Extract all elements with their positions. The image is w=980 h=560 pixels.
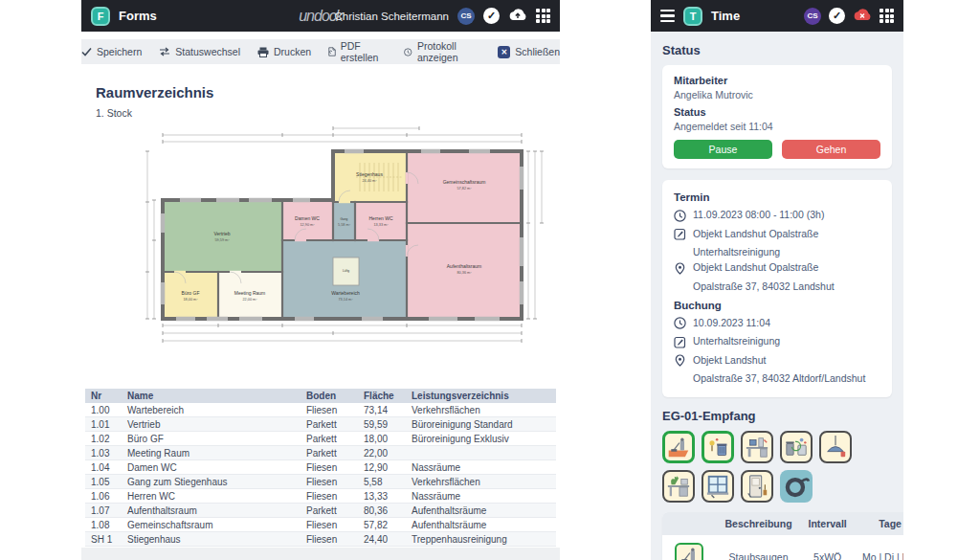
create-pdf-button[interactable]: PDF erstellen	[328, 40, 387, 63]
desk-workstation-tile[interactable]	[741, 431, 773, 463]
mitarbeiter-value: Angelika Mutrovic	[674, 89, 880, 101]
printer-icon	[257, 47, 269, 57]
buchung-objekt: Objekt Landshut	[693, 354, 766, 366]
pdf-file-icon	[328, 46, 336, 57]
vacuum-floor-icon	[675, 543, 703, 560]
room-label-aufenthaltsraum: Aufenthaltsraum	[447, 263, 481, 269]
door-cleaning-tile[interactable]	[741, 470, 773, 503]
status-card: Mitarbeiter Angelika Mutrovic Status Ang…	[662, 65, 892, 168]
forms-header: F Forms undock Christian Scheitermann CS…	[81, 0, 560, 32]
termin-address: Opalstraße 37, 84032 Landshut	[693, 280, 880, 292]
room-label-gang: Gang	[341, 217, 348, 221]
print-button[interactable]: Drucken	[257, 46, 311, 57]
svg-text:57,82 m²: 57,82 m²	[457, 187, 473, 190]
cloud-upload-icon[interactable]	[508, 8, 527, 25]
svg-text:59,59 m²: 59,59 m²	[215, 238, 231, 242]
room-label-gemeinschaftsraum: Gemeinschaftsraum	[443, 179, 486, 185]
table-row: 1.04Damen WCFliesen12,90Nassräume	[85, 460, 556, 475]
task-row[interactable]: Staubsaugen5xWÖMo | Di | Mi |	[662, 535, 903, 560]
room-table-header: Nr Name Boden Fläche Leistungsverzeichni…	[85, 389, 556, 403]
avatar[interactable]: CS	[804, 8, 821, 25]
table-row: 1.02Büro GFParkett18,00Büroreinigung Exk…	[85, 432, 556, 446]
svg-text:73,14 m²: 73,14 m²	[339, 298, 354, 302]
room-label-damen-wc: Damen WC	[295, 215, 320, 221]
dusting-bin-tile[interactable]	[702, 431, 734, 463]
pause-button[interactable]: Pause	[674, 140, 772, 159]
table-row: 1.05Gang zum StiegenhausFliesen5,58Verke…	[85, 475, 556, 489]
clock-icon	[674, 210, 686, 224]
swap-arrows-icon	[159, 47, 170, 56]
svg-text:80,36 m²: 80,36 m²	[457, 271, 473, 275]
svg-text:24,40 m²: 24,40 m²	[363, 179, 378, 183]
window-cleaning-tile[interactable]	[702, 470, 734, 503]
close-icon: ✕	[498, 46, 510, 58]
cloud-offline-icon[interactable]	[853, 8, 872, 25]
waste-bins-tile[interactable]	[780, 431, 813, 463]
svg-text:22,00 m²: 22,00 m²	[243, 298, 258, 302]
svg-text:18,00 m²: 18,00 m²	[184, 298, 199, 302]
bottom-strip	[81, 548, 560, 560]
apps-grid-icon[interactable]	[536, 9, 550, 23]
tasks-table-card: Beschreibung Intervall Tage Staubsaugen5…	[662, 512, 903, 560]
mitarbeiter-label: Mitarbeiter	[674, 75, 880, 86]
svg-text:12,90 m²: 12,90 m²	[301, 223, 316, 227]
termin-heading: Termin	[674, 191, 880, 203]
termin-buchung-card: Termin 11.09.2023 08:00 - 11:00 (3h) Obj…	[662, 180, 892, 397]
buchung-address: Opalstraße 37, 84032 Altdorf/Landshut	[693, 372, 880, 384]
gehen-button[interactable]: Gehen	[782, 140, 880, 159]
location-pin-icon	[674, 354, 686, 369]
clock-icon	[674, 317, 686, 331]
time-panel: T Time CS ✓ Status Mitarbeiter Angelika …	[651, 0, 903, 560]
termin-objekt: Objekt Landshut Opalstraße	[693, 228, 818, 239]
hose-coil-tile[interactable]	[780, 470, 813, 503]
table-row: 1.08GemeinschaftsraumFliesen57,82Aufenth…	[85, 518, 556, 532]
svg-text:5,58 m²: 5,58 m²	[338, 223, 351, 227]
history-clock-icon	[404, 47, 412, 57]
forms-app-icon[interactable]: F	[91, 7, 110, 26]
avatar[interactable]: CS	[457, 8, 475, 25]
room-label-meeting-raum: Meeting Raum	[234, 290, 266, 296]
status-heading: Status	[662, 43, 892, 57]
table-row: 1.06Herren WCFliesen13,33Nassräume	[85, 489, 556, 504]
room-table: Nr Name Boden Fläche Leistungsverzeichni…	[85, 389, 556, 547]
room-label-wartebereich: Wartebereich	[331, 290, 360, 296]
apps-grid-icon[interactable]	[880, 9, 894, 23]
room-label-buero-gf: Büro GF	[182, 290, 200, 296]
floor-plan: Vertrieb 59,59 m² Büro GF 18,00 m² Meeti…	[142, 123, 553, 362]
ceiling-lamp-tile[interactable]	[819, 431, 852, 463]
sync-check-icon[interactable]: ✓	[829, 8, 845, 24]
time-header: T Time CS ✓	[651, 0, 903, 32]
buchung-time: 10.09.2023 11:04	[693, 317, 770, 328]
task-tiles-grid	[662, 431, 868, 503]
page-subtitle: 1. Stock	[96, 107, 132, 119]
page-title: Raumverzeichnis	[96, 84, 213, 101]
table-row: 1.03Meeting RaumParkett22,00	[85, 446, 556, 460]
termin-leistung: Unterhaltsreinigung	[693, 246, 880, 258]
desk-plant-tile[interactable]	[662, 470, 695, 503]
status-value: Angemeldet seit 11:04	[674, 121, 880, 132]
status-label: Status	[674, 106, 880, 118]
table-row: 1.00WartebereichFliesen73,14Verkehrsfläc…	[85, 403, 556, 417]
time-app-icon[interactable]: T	[683, 7, 702, 26]
show-protocol-button[interactable]: Protokoll anzeigen	[404, 40, 480, 63]
table-row: 1.07AufenthaltsraumParkett80,36Aufenthal…	[85, 504, 556, 518]
task-edit-icon	[674, 228, 686, 242]
room-label-lueftg: Lüftg	[343, 269, 349, 273]
save-button[interactable]: Speichern	[81, 46, 142, 57]
task-edit-icon	[674, 336, 686, 350]
check-icon	[81, 47, 92, 56]
room-section-heading: EG-01-Empfang	[662, 409, 892, 423]
buchung-heading: Buchung	[674, 300, 880, 311]
menu-icon[interactable]	[660, 10, 675, 22]
forms-app-title: Forms	[119, 9, 157, 23]
status-change-button[interactable]: Statuswechsel	[159, 46, 240, 57]
termin-location: Objekt Landshut Opalstraße	[693, 261, 818, 273]
room-label-stiegenhaus: Stiegenhaus	[356, 171, 383, 177]
vacuum-floor-tile[interactable]	[662, 431, 695, 463]
buchung-leistung: Unterhaltsreinigung	[693, 335, 780, 347]
time-app-title: Time	[711, 9, 740, 23]
location-pin-icon	[674, 262, 686, 277]
sync-check-icon[interactable]: ✓	[483, 8, 500, 24]
close-button[interactable]: ✕ Schließen	[498, 46, 560, 58]
forms-toolbar: Speichern Statuswechsel Drucken PDF erst…	[81, 39, 560, 64]
